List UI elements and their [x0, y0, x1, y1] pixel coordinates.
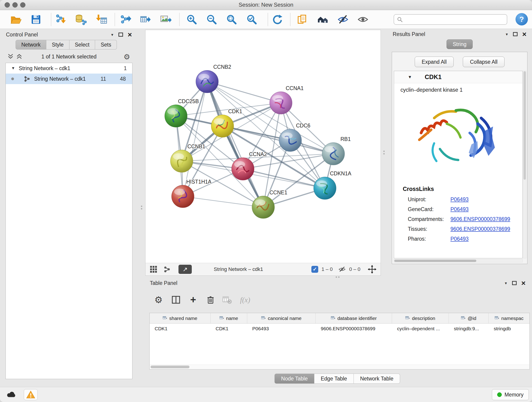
table-horizontal-scrollbar[interactable] [150, 365, 529, 369]
right-splitter-grip[interactable] [383, 148, 385, 156]
bottom-splitter-grip[interactable] [334, 276, 341, 278]
network-edge[interactable] [207, 82, 263, 207]
import-table-button[interactable] [95, 13, 109, 26]
zoom-selected-button[interactable] [245, 13, 259, 26]
panel-menu-icon[interactable]: ▼ [505, 32, 508, 36]
export-network-button[interactable] [119, 13, 133, 26]
help-button[interactable]: ? [515, 13, 528, 26]
tab-sets[interactable]: Sets [95, 40, 117, 50]
network-edge[interactable] [183, 196, 263, 207]
scrollbar-thumb[interactable] [151, 366, 190, 368]
table-options-gear-icon[interactable]: ⚙ [152, 293, 165, 306]
column-header[interactable]: name [210, 313, 247, 323]
tab-select[interactable]: Select [70, 40, 95, 50]
export-image-button[interactable] [159, 13, 172, 26]
network-canvas[interactable]: CCNB2CCNA1CDC25BCDK1CDC6RB1CCNB1CCNA2CDK… [146, 30, 380, 263]
network-node-cdkn1a[interactable]: CDKN1A [314, 171, 351, 199]
network-node-ccnb2[interactable]: CCNB2 [196, 64, 231, 93]
selected-checkbox-icon[interactable]: ✓ [311, 266, 318, 273]
delete-column-button[interactable] [204, 293, 217, 306]
panel-menu-icon[interactable]: ▼ [504, 281, 507, 285]
crosslink-row: Compartments: 9606.ENSP00000378699 [394, 214, 522, 224]
hidden-nodes-edges-count: 0 – 0 [349, 266, 360, 272]
collapse-all-button[interactable]: Collapse All [463, 57, 505, 67]
create-column-button[interactable]: + [187, 293, 200, 306]
memory-button[interactable]: Memory [492, 389, 529, 400]
expand-all-button[interactable]: Expand All [415, 57, 454, 67]
panel-close-icon[interactable]: × [522, 31, 526, 38]
results-vertical-scrollbar[interactable] [523, 71, 526, 258]
warnings-button[interactable] [24, 389, 38, 400]
panel-float-icon[interactable] [512, 281, 517, 285]
hidden-eye-slash-icon[interactable] [338, 265, 346, 273]
tab-string[interactable]: String [447, 39, 473, 49]
tab-network-table[interactable]: Network Table [354, 374, 400, 384]
tab-network[interactable]: Network [16, 40, 46, 50]
zoom-in-button[interactable] [185, 13, 199, 26]
import-network-button[interactable] [54, 13, 68, 26]
copy-document-button[interactable] [295, 13, 309, 26]
table-row[interactable]: CDK1CDK1P064939606.ENSP00000378699cyclin… [150, 324, 530, 334]
network-node-cdk1[interactable]: CDK1 [211, 108, 242, 137]
tab-node-table[interactable]: Node Table [274, 374, 314, 384]
collapse-caret-icon[interactable]: ▼ [408, 75, 412, 80]
save-session-button[interactable] [29, 13, 43, 26]
column-header[interactable]: namespac [489, 313, 530, 323]
column-header[interactable]: description [392, 313, 449, 323]
memory-label: Memory [505, 392, 524, 398]
crosslink-link[interactable]: P06493 [450, 236, 469, 242]
delete-table-button[interactable] [221, 293, 234, 306]
search-input[interactable] [405, 16, 504, 23]
pan-crosshair-icon[interactable] [368, 265, 376, 274]
panel-menu-icon[interactable]: ▼ [110, 33, 114, 37]
results-horizontal-scrollbar[interactable] [394, 259, 523, 262]
window-zoom-button[interactable] [20, 2, 25, 7]
network-share-icon[interactable] [163, 266, 171, 273]
home-button[interactable] [316, 13, 330, 26]
network-edge[interactable] [222, 126, 333, 154]
tab-edge-table[interactable]: Edge Table [314, 374, 354, 384]
import-network-from-database-button[interactable] [74, 13, 88, 26]
network-collection-row[interactable]: ▼ String Network – cdk1 1 [6, 63, 132, 74]
zoom-fit-button[interactable] [225, 13, 239, 26]
hide-unhide-button[interactable] [336, 13, 350, 26]
export-table-button[interactable] [138, 13, 152, 26]
crosslink-link[interactable]: P06493 [450, 196, 469, 203]
panel-float-icon[interactable] [119, 32, 123, 37]
network-row-selected[interactable]: String Network – cdk1 11 48 [6, 74, 132, 84]
panel-close-icon[interactable]: × [521, 279, 526, 287]
column-header[interactable]: database identifier [316, 313, 392, 323]
network-node-hist1h1a[interactable]: HIST1H1A [172, 179, 212, 208]
network-options-gear-icon[interactable]: ⚙ [123, 52, 130, 61]
column-header[interactable]: @id [449, 313, 489, 323]
window-minimize-button[interactable] [12, 2, 18, 7]
expand-all-networks-icon[interactable] [16, 53, 22, 61]
left-splitter-grip[interactable] [141, 204, 143, 211]
crosslink-link[interactable]: 9606.ENSP00000378699 [450, 226, 510, 232]
apply-layout-button[interactable] [271, 13, 284, 26]
crosslink-link[interactable]: P06493 [450, 206, 469, 212]
tab-style[interactable]: Style [46, 40, 69, 50]
column-header[interactable]: canonical name [247, 313, 316, 323]
tree-caret-icon[interactable]: ▼ [11, 66, 15, 70]
panel-float-icon[interactable] [513, 32, 518, 36]
open-session-button[interactable] [9, 13, 22, 26]
grid-view-icon[interactable] [150, 265, 157, 273]
show-columns-button[interactable] [170, 293, 182, 306]
collapse-all-networks-icon[interactable] [7, 53, 14, 61]
window-close-button[interactable] [5, 2, 10, 7]
network-node-rb1[interactable]: RB1 [322, 136, 351, 165]
crosslink-link[interactable]: 9606.ENSP00000378699 [450, 216, 510, 222]
zoom-out-button[interactable] [205, 13, 219, 26]
network-edge[interactable] [207, 82, 281, 103]
network-node-ccna1[interactable]: CCNA1 [270, 85, 304, 114]
panel-close-icon[interactable]: × [128, 31, 132, 38]
network-node-ccnb1[interactable]: CCNB1 [171, 143, 205, 172]
show-all-button[interactable] [356, 13, 370, 26]
open-in-window-button[interactable]: ↗ [178, 265, 192, 274]
warning-icon [26, 390, 35, 399]
cloud-status-button[interactable] [5, 389, 18, 400]
node-label: CDKN1A [330, 171, 351, 177]
function-builder-button[interactable]: f(x) [239, 293, 252, 306]
column-header[interactable]: shared name [150, 313, 210, 323]
